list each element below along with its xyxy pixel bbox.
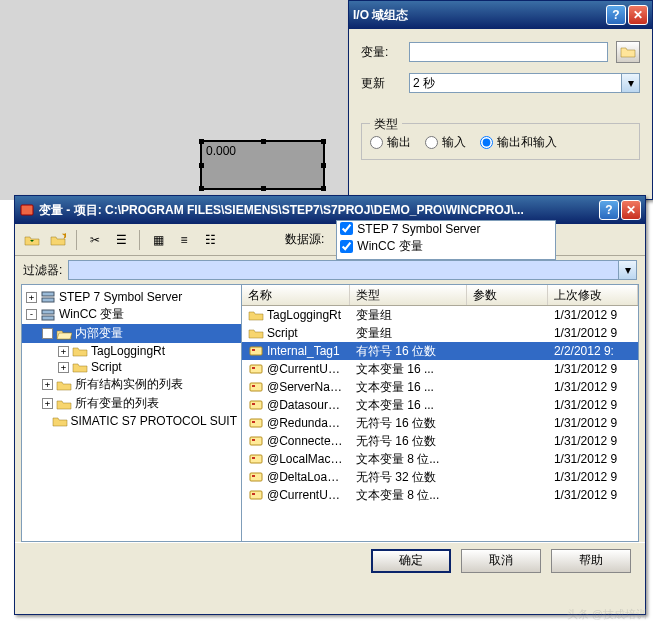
expand-icon[interactable]: + [42, 398, 53, 409]
tree-item[interactable]: -WinCC 变量 [22, 305, 241, 324]
variable-browser-dialog: 变量 - 项目: C:\PROGRAM FILES\SIEMENS\STEP7\… [14, 195, 646, 615]
row-type: 无符号 16 位数 [350, 432, 467, 451]
table-row[interactable]: Internal_Tag1有符号 16 位数2/2/2012 9: [242, 342, 638, 360]
close-button[interactable]: ✕ [621, 200, 641, 220]
resize-handle[interactable] [199, 139, 204, 144]
update-combo[interactable] [409, 73, 622, 93]
expand-icon[interactable]: + [26, 292, 37, 303]
resize-handle[interactable] [321, 139, 326, 144]
help-button[interactable]: ? [606, 5, 626, 25]
new-folder-button[interactable]: ★ [47, 229, 69, 251]
tree-item[interactable]: -内部变量 [22, 324, 241, 343]
col-date[interactable]: 上次修改 [548, 285, 638, 305]
up-folder-button[interactable] [21, 229, 43, 251]
expand-icon[interactable]: + [58, 346, 69, 357]
expand-icon[interactable]: - [26, 309, 37, 320]
dropdown-button[interactable]: ▾ [622, 73, 640, 93]
table-row[interactable]: @LocalMachi...文本变量 8 位...1/31/2012 9 [242, 450, 638, 468]
io-dialog-titlebar[interactable]: I/O 域组态 ? ✕ [349, 1, 652, 29]
variable-input[interactable] [409, 42, 608, 62]
row-type: 变量组 [350, 324, 467, 343]
list-header[interactable]: 名称 类型 参数 上次修改 [242, 285, 638, 306]
browse-variable-button[interactable] [616, 41, 640, 63]
view-detail-button[interactable]: ☷ [199, 229, 221, 251]
row-type: 无符号 16 位数 [350, 414, 467, 433]
io-config-dialog: I/O 域组态 ? ✕ 变量: 更新 ▾ 类型 输出 输入 输出和输 [348, 0, 653, 200]
resize-handle[interactable] [261, 186, 266, 191]
tree-pane[interactable]: +STEP 7 Symbol Server-WinCC 变量-内部变量+TagL… [22, 285, 242, 541]
ok-button[interactable]: 确定 [371, 549, 451, 573]
svg-rect-21 [252, 475, 255, 477]
resize-handle[interactable] [261, 139, 266, 144]
list-pane[interactable]: 名称 类型 参数 上次修改 TagLoggingRt变量组1/31/2012 9… [242, 285, 638, 541]
folder-icon [52, 414, 68, 428]
expand-icon[interactable]: - [42, 328, 53, 339]
row-name: Script [267, 326, 298, 340]
resize-handle[interactable] [321, 163, 326, 168]
resize-handle[interactable] [199, 163, 204, 168]
table-row[interactable]: @ServerName文本变量 16 ...1/31/2012 9 [242, 378, 638, 396]
cancel-button[interactable]: 取消 [461, 549, 541, 573]
expand-icon[interactable]: + [42, 379, 53, 390]
io-field[interactable]: 0.000 [200, 140, 325, 190]
src-wincc-checkbox[interactable] [340, 240, 353, 253]
radio-output[interactable]: 输出 [370, 134, 411, 151]
row-type: 无符号 32 位数 [350, 468, 467, 487]
var-dialog-title: 变量 - 项目: C:\PROGRAM FILES\SIEMENS\STEP7\… [39, 202, 599, 219]
row-param [467, 404, 548, 406]
table-row[interactable]: TagLoggingRt变量组1/31/2012 9 [242, 306, 638, 324]
tree-item[interactable]: +TagLoggingRt [22, 343, 241, 359]
table-row[interactable]: @Redundant...无符号 16 位数1/31/2012 9 [242, 414, 638, 432]
help-button[interactable]: 帮助 [551, 549, 631, 573]
tree-item[interactable]: SIMATIC S7 PROTOCOL SUIT [22, 413, 241, 429]
filter-dropdown-button[interactable]: ▾ [619, 260, 637, 280]
table-row[interactable]: @CurrentUse...文本变量 16 ...1/31/2012 9 [242, 360, 638, 378]
table-row[interactable]: @CurrentUser文本变量 8 位...1/31/2012 9 [242, 486, 638, 504]
help-button[interactable]: ? [599, 200, 619, 220]
table-row[interactable]: @DeltaLoaded无符号 32 位数1/31/2012 9 [242, 468, 638, 486]
cut-button[interactable]: ✂ [84, 229, 106, 251]
svg-rect-22 [250, 491, 262, 499]
filter-input[interactable] [68, 260, 619, 280]
row-date: 1/31/2012 9 [548, 361, 638, 377]
tree-item[interactable]: +STEP 7 Symbol Server [22, 289, 241, 305]
tree-item-label: 所有变量的列表 [75, 395, 159, 412]
table-row[interactable]: Script变量组1/31/2012 9 [242, 324, 638, 342]
close-button[interactable]: ✕ [628, 5, 648, 25]
tree-item-label: SIMATIC S7 PROTOCOL SUIT [71, 414, 237, 428]
view-list-button[interactable]: ≡ [173, 229, 195, 251]
row-type: 文本变量 16 ... [350, 396, 467, 415]
col-name[interactable]: 名称 [242, 285, 350, 305]
row-param [467, 476, 548, 478]
svg-rect-15 [252, 421, 255, 423]
properties-button[interactable]: ☰ [110, 229, 132, 251]
resize-handle[interactable] [199, 186, 204, 191]
tree-item[interactable]: +所有变量的列表 [22, 394, 241, 413]
tree-item[interactable]: +所有结构实例的列表 [22, 375, 241, 394]
table-row[interactable]: @Datasource...文本变量 16 ...1/31/2012 9 [242, 396, 638, 414]
folder-icon [56, 378, 72, 392]
view-large-button[interactable]: ▦ [147, 229, 169, 251]
row-name: @LocalMachi... [267, 452, 350, 466]
data-source-box[interactable]: STEP 7 Symbol Server WinCC 变量 [336, 220, 556, 260]
tag-icon [248, 398, 264, 412]
radio-input[interactable]: 输入 [425, 134, 466, 151]
row-date: 1/31/2012 9 [548, 415, 638, 431]
col-type[interactable]: 类型 [350, 285, 467, 305]
table-row[interactable]: @Connected...无符号 16 位数1/31/2012 9 [242, 432, 638, 450]
folder-icon [72, 360, 88, 374]
svg-rect-16 [250, 437, 262, 445]
row-name: @Datasource... [267, 398, 350, 412]
resize-handle[interactable] [321, 186, 326, 191]
tree-item[interactable]: +Script [22, 359, 241, 375]
src-step7-checkbox[interactable] [340, 222, 353, 235]
col-param[interactable]: 参数 [467, 285, 548, 305]
expand-icon[interactable]: + [58, 362, 69, 373]
row-name: Internal_Tag1 [267, 344, 340, 358]
tag-icon [248, 434, 264, 448]
row-name: @DeltaLoaded [267, 470, 347, 484]
row-date: 2/2/2012 9: [548, 343, 638, 359]
svg-rect-8 [250, 365, 262, 373]
editor-canvas[interactable]: 0.000 [0, 0, 350, 200]
radio-both[interactable]: 输出和输入 [480, 134, 557, 151]
